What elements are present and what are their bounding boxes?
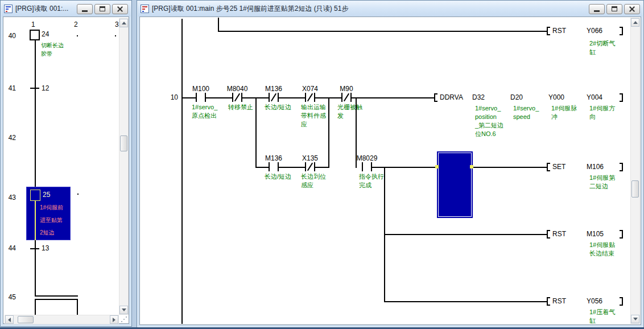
arrow-left-icon	[6, 318, 11, 322]
sfc-transition-12[interactable]	[30, 88, 39, 89]
sfc-row-number: 43	[5, 194, 16, 201]
minimize-button[interactable]	[77, 4, 93, 14]
sfc-step-25[interactable]	[30, 190, 40, 201]
scroll-up-arrow[interactable]	[631, 18, 639, 27]
sfc-wire-highlighted	[35, 201, 36, 240]
device-comment: 1#伺服第 二短边	[589, 174, 615, 191]
device-comment: 1#servo_ speed	[513, 104, 539, 121]
scroll-right-arrow[interactable]	[110, 315, 118, 324]
sfc-horizontal-scrollbar[interactable]	[5, 315, 119, 324]
device-label: X135	[302, 154, 318, 162]
operand[interactable]: Y000	[548, 93, 564, 101]
scrollbar-thumb[interactable]	[18, 316, 34, 323]
device-comment: 转移禁止	[228, 103, 253, 112]
minimize-button[interactable]	[589, 4, 605, 14]
sfc-window-titlebar[interactable]: [PRG]读取 001:...	[1, 1, 131, 17]
sfc-program-icon	[4, 5, 13, 13]
device-comment: 长边到位 感应	[301, 172, 326, 190]
sfc-transition-label: 12	[42, 84, 49, 92]
sfc-row-number: 40	[5, 32, 16, 40]
device-comment: 1#servo_ 原点检出	[192, 103, 217, 120]
device-comment: 2#切断气 缸	[589, 39, 615, 56]
instruction-op[interactable]: RST	[552, 297, 566, 305]
wire	[328, 97, 329, 168]
close-button[interactable]	[112, 4, 128, 14]
sfc-row-number: 44	[5, 244, 16, 252]
sfc-wire	[35, 40, 36, 187]
arrow-down-icon	[122, 309, 126, 314]
nc-slash	[271, 93, 276, 102]
selection-cursor[interactable]	[437, 151, 473, 218]
device-comment: 1#压着气 缸	[589, 308, 615, 324]
instruction-bracket	[547, 163, 550, 171]
ladder-window-titlebar[interactable]: [PRG]读取 001:main 步号25 1#伺服前进至贴第2短边 (只读) …	[138, 1, 643, 17]
operand[interactable]: Y004	[587, 93, 602, 101]
close-button[interactable]	[624, 4, 640, 14]
wire	[384, 234, 547, 235]
contact-m136-no[interactable]	[269, 162, 279, 171]
device-label: M136	[265, 85, 282, 93]
device-comment: 光栅被触 发	[337, 103, 362, 120]
operand[interactable]: M106	[587, 163, 604, 171]
instruction-op[interactable]: DDRVA	[440, 93, 463, 101]
operand[interactable]: D32	[472, 93, 485, 101]
sfc-step-label: 24	[42, 30, 49, 38]
instruction-bracket	[620, 163, 623, 171]
contact-m100[interactable]	[196, 93, 206, 102]
resize-grip[interactable]	[119, 315, 129, 324]
sfc-row-number: 42	[5, 134, 16, 142]
device-label: M100	[192, 85, 209, 93]
wire	[218, 31, 547, 32]
scroll-down-arrow[interactable]	[119, 306, 128, 314]
wire	[255, 167, 329, 168]
sfc-wire	[35, 299, 36, 315]
mdi-workspace: { "colors": { "selection_blue":"#0000a8"…	[0, 0, 644, 329]
sfc-step-24[interactable]	[30, 30, 40, 40]
contact-x135[interactable]	[305, 162, 315, 171]
scroll-up-arrow[interactable]	[119, 19, 128, 27]
scrollbar-thumb[interactable]	[631, 180, 639, 198]
ladder-program-icon	[141, 5, 149, 13]
cursor-wire-mark	[435, 165, 439, 168]
scroll-down-arrow[interactable]	[631, 315, 639, 323]
contact-x074[interactable]	[305, 93, 315, 102]
device-label: X074	[302, 85, 318, 93]
sfc-transition-13[interactable]	[30, 248, 39, 249]
operand[interactable]: Y066	[587, 27, 602, 35]
device-comment: 1#servo_ position _第二短边 位NO.6	[475, 104, 503, 138]
contact-m90[interactable]	[341, 93, 352, 102]
device-label: M8040	[227, 85, 248, 93]
scrollbar-thumb[interactable]	[120, 135, 127, 151]
grid-dot	[77, 35, 78, 36]
sfc-wire	[77, 299, 78, 315]
scroll-left-arrow[interactable]	[5, 315, 14, 324]
instruction-op[interactable]: RST	[552, 27, 566, 35]
sfc-window-title: [PRG]读取 001:...	[15, 4, 77, 14]
grid-dot	[115, 35, 116, 36]
operand[interactable]: Y056	[587, 297, 602, 305]
contact-m136-nc[interactable]	[269, 93, 279, 102]
contact-m8029[interactable]	[362, 162, 372, 171]
sfc-column-header: 2	[74, 20, 78, 28]
device-comment: 长边/短边	[265, 103, 291, 112]
wire	[384, 301, 547, 302]
instruction-bracket	[620, 93, 623, 102]
instruction-op[interactable]: SET	[552, 163, 565, 171]
device-label: M90	[340, 85, 353, 93]
contact-m8040[interactable]	[232, 93, 242, 102]
wire	[255, 97, 257, 168]
sfc-vertical-scrollbar[interactable]	[119, 18, 129, 315]
device-comment: 长边/短边	[265, 172, 291, 181]
ladder-canvas[interactable]: RST Y066 2#切断气 缸 10 M100 1#servo_ 原点检出 M…	[141, 18, 630, 324]
instruction-op[interactable]: RST	[552, 230, 566, 238]
ladder-window-title: [PRG]读取 001:main 步号25 1#伺服前进至贴第2短边 (只读) …	[152, 4, 589, 14]
sfc-column-header: 3	[115, 20, 119, 28]
ladder-vertical-scrollbar[interactable]	[630, 18, 640, 324]
sfc-selection-cursor[interactable]: 25 1#伺服前 进至贴第 2短边	[26, 187, 71, 240]
maximize-button[interactable]	[94, 4, 110, 14]
operand[interactable]: M105	[587, 230, 604, 238]
sfc-canvas[interactable]: 1 2 3 40 24 切断长边 胶带 41 12 42 43 25	[5, 18, 119, 315]
maximize-button[interactable]	[606, 4, 622, 14]
device-comment: 指令执行 完成	[359, 172, 384, 190]
operand[interactable]: D20	[510, 93, 523, 101]
